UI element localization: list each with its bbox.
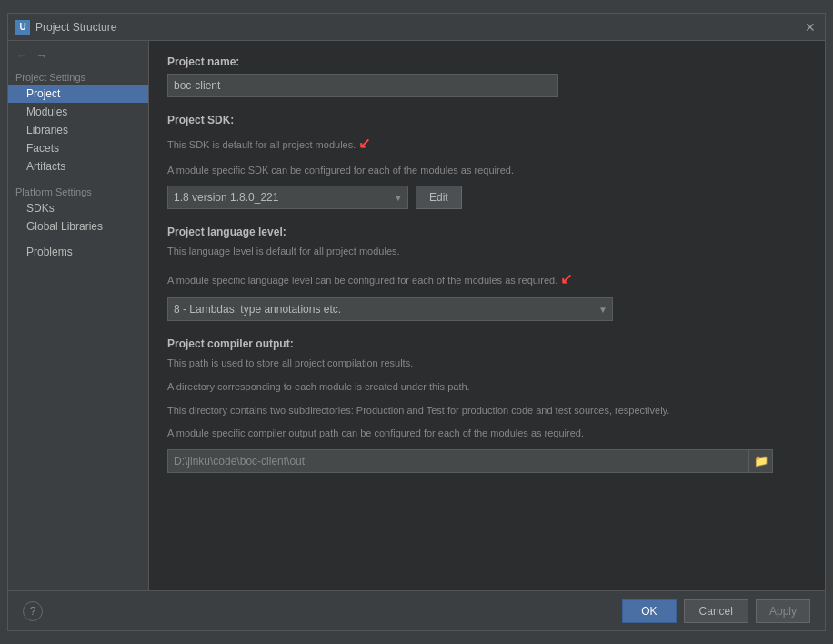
help-button[interactable]: ? [23,601,43,621]
project-sdk-group: Project SDK: This SDK is default for all… [167,114,807,209]
compiler-desc2: A directory corresponding to each module… [167,379,807,396]
ok-button[interactable]: OK [622,599,676,623]
project-sdk-desc1: This SDK is default for all project modu… [167,132,807,156]
project-lang-desc2: A module specific language level can be … [167,267,807,291]
project-sdk-label: Project SDK: [167,114,807,126]
output-path-input[interactable] [167,449,749,473]
compiler-desc4: A module specific compiler output path c… [167,426,807,442]
sdk-select[interactable]: 1.8 version 1.8.0_221 [167,186,408,209]
bottom-buttons: OK Cancel Apply [622,599,810,623]
sidebar-item-artifacts[interactable]: Artifacts [8,157,148,176]
sidebar-item-libraries[interactable]: Libraries [8,121,148,139]
platform-settings-section-label: Platform Settings [8,183,148,199]
sidebar: ← → Project Settings Project Modules Lib… [8,41,149,590]
sidebar-item-problems[interactable]: Problems [8,243,148,261]
cancel-button[interactable]: Cancel [684,599,748,623]
sidebar-nav: ← → [8,46,148,65]
close-button[interactable]: ✕ [803,20,818,35]
project-name-input[interactable] [167,74,558,97]
apply-button[interactable]: Apply [756,599,810,623]
sidebar-item-sdks[interactable]: SDKs [8,199,148,217]
dialog-title: Project Structure [35,21,798,34]
project-structure-dialog: U Project Structure ✕ ← → Project Settin… [7,13,826,631]
red-arrow-annotation-1: ↙ [358,132,370,156]
content-area: Project name: Project SDK: This SDK is d… [149,41,825,590]
sdk-row: 1.8 version 1.8.0_221 ▼ Edit [167,186,807,209]
output-path-row: 📁 [167,449,807,473]
forward-arrow-icon[interactable]: → [34,48,50,63]
main-area: ← → Project Settings Project Modules Lib… [8,41,825,590]
red-arrow-annotation-2: ↙ [560,267,572,291]
project-settings-section-label: Project Settings [8,68,148,85]
sidebar-item-facets[interactable]: Facets [8,139,148,157]
folder-icon: 📁 [754,454,768,468]
lang-select[interactable]: 8 - Lambdas, type annotations etc. [167,297,613,321]
app-icon: U [15,20,30,35]
lang-select-wrapper: 8 - Lambdas, type annotations etc. ▼ [167,297,613,321]
sidebar-item-global-libraries[interactable]: Global Libraries [8,217,148,236]
sidebar-item-modules[interactable]: Modules [8,103,148,121]
edit-sdk-button[interactable]: Edit [416,186,462,209]
compiler-desc3: This directory contains two subdirectori… [167,403,807,419]
back-arrow-icon[interactable]: ← [14,48,30,63]
project-lang-label: Project language level: [167,226,807,238]
project-name-label: Project name: [167,55,807,68]
project-name-group: Project name: [167,55,807,97]
project-compiler-group: Project compiler output: This path is us… [167,337,807,472]
sidebar-item-project[interactable]: Project [8,85,148,103]
folder-browse-button[interactable]: 📁 [749,449,773,473]
project-lang-group: Project language level: This language le… [167,226,807,321]
project-lang-desc1: This language level is default for all p… [167,244,807,260]
project-sdk-desc2: A module specific SDK can be configured … [167,163,807,179]
title-bar: U Project Structure ✕ [8,14,825,41]
compiler-desc1: This path is used to store all project c… [167,356,807,372]
sdk-select-wrapper: 1.8 version 1.8.0_221 ▼ [167,186,408,209]
bottom-bar: ? OK Cancel Apply [8,590,825,630]
project-compiler-label: Project compiler output: [167,337,807,350]
